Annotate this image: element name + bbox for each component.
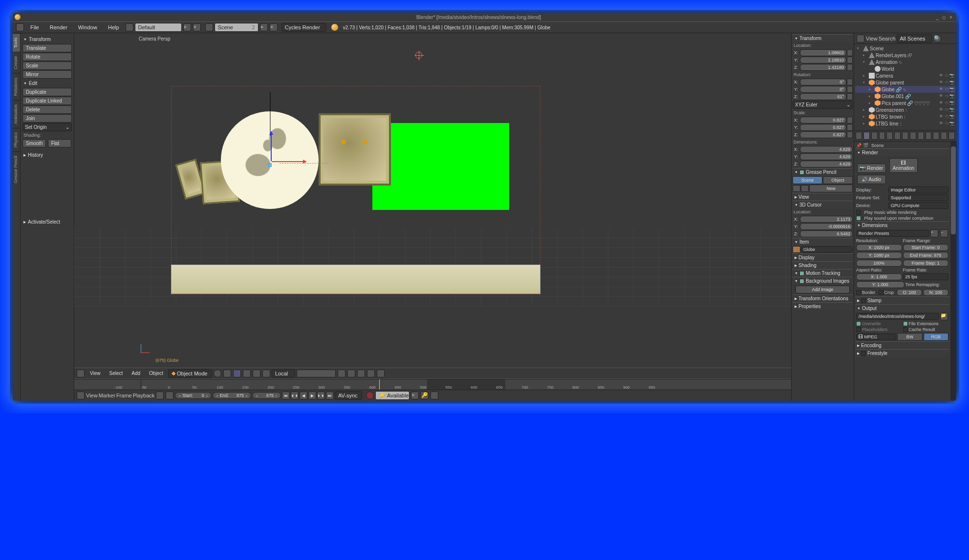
disclosure-icon[interactable]: ▾	[863, 81, 868, 84]
context-physics-icon[interactable]	[948, 132, 955, 140]
panel-output[interactable]: Output	[855, 304, 949, 312]
outliner-row[interactable]: ▾ Scene	[855, 45, 955, 52]
manip-scale-icon[interactable]	[262, 370, 270, 377]
screen-layout-dropdown[interactable]: Default	[135, 23, 182, 32]
context-material-icon[interactable]	[926, 132, 932, 140]
rot-x[interactable]: 0°	[800, 79, 846, 85]
mode-dropdown[interactable]: ◆ Object Mode	[168, 369, 212, 378]
context-scene-icon[interactable]	[879, 132, 885, 140]
np-3d-cursor[interactable]: 3D Cursor	[793, 201, 853, 208]
autokey-toggle[interactable]	[366, 392, 374, 399]
sca-z[interactable]: 0.827	[800, 131, 846, 138]
np-item[interactable]: Item	[793, 238, 853, 246]
panel-history[interactable]: History	[22, 151, 72, 159]
out-menu-view[interactable]: View	[866, 36, 878, 41]
outliner-row[interactable]: ▸ Globe 🔗 ∿👁⬭📷	[855, 86, 955, 93]
dim-y[interactable]: 4.629	[800, 153, 853, 160]
play-button[interactable]: ▶	[308, 392, 316, 399]
btn-smooth[interactable]: Smooth	[22, 139, 46, 147]
btn-bw[interactable]: BW	[897, 333, 922, 341]
layers-block[interactable]	[297, 370, 336, 377]
close-button[interactable]: ×	[947, 15, 954, 20]
chk-fext[interactable]	[903, 321, 908, 326]
gp-browse-icon[interactable]	[793, 185, 800, 192]
disclosure-icon[interactable]: ▾	[863, 60, 868, 64]
cursor-icon[interactable]: ⬭	[944, 73, 949, 78]
render-preview-icon[interactable]	[377, 370, 385, 377]
panel-edit[interactable]: Edit	[22, 79, 72, 87]
back-to-prev-icon[interactable]	[126, 23, 133, 31]
lock-sca-z[interactable]	[847, 131, 853, 138]
outliner-row[interactable]: ▸ Camera👁⬭📷	[855, 72, 955, 79]
editor-props-icon[interactable]	[856, 132, 862, 140]
loc-x[interactable]: 1.08602	[800, 49, 846, 56]
render-engine-dropdown[interactable]: Cycles Render	[281, 23, 326, 32]
play-reverse-button[interactable]: ◀	[300, 392, 307, 399]
np-motion-tracking[interactable]: Motion Tracking	[793, 269, 853, 277]
frame-start[interactable]: Start Frame: 0	[903, 244, 949, 251]
format-dropdown[interactable]: 🎞 MPEG	[856, 333, 896, 340]
btn-mirror[interactable]: Mirror	[22, 70, 72, 79]
pivot-icon[interactable]	[223, 370, 231, 377]
lock-loc-z[interactable]	[847, 64, 853, 71]
cursor-z[interactable]: 6.5482	[800, 230, 853, 237]
outliner-filter[interactable]: All Scenes	[897, 34, 932, 43]
btn-audio[interactable]: 🔊 Audio	[857, 175, 886, 184]
device-dropdown[interactable]: GPU Compute	[888, 202, 948, 209]
chk-crop[interactable]	[879, 290, 883, 295]
tab-tools[interactable]: Tools	[13, 33, 20, 52]
panel-stamp[interactable]: Stamp	[855, 296, 949, 304]
lock-layers-icon[interactable]	[338, 370, 345, 377]
render-icon[interactable]: 📷	[949, 87, 954, 92]
btn-flat[interactable]: Flat	[48, 139, 71, 147]
render-icon[interactable]: 📷	[949, 121, 954, 126]
manipulator-x[interactable]	[272, 161, 306, 162]
remap-old[interactable]: O: 100	[897, 289, 922, 296]
sca-x[interactable]: 0.827	[800, 117, 846, 124]
res-pct[interactable]: 100%	[856, 260, 902, 267]
manipulator-toggle[interactable]	[233, 370, 241, 377]
del-scene-icon[interactable]: ×	[270, 23, 278, 31]
cursor-icon[interactable]: ⬭	[944, 80, 949, 85]
editor-timeline-icon[interactable]	[77, 392, 85, 399]
use-preview-range-icon[interactable]	[156, 392, 164, 399]
chk-overwrite[interactable]	[856, 321, 861, 326]
context-data-icon[interactable]	[918, 132, 924, 140]
shading-sphere-icon[interactable]	[214, 370, 221, 377]
scene-dropdown[interactable]: Scene2	[215, 23, 258, 32]
chk-play-music[interactable]	[856, 210, 861, 215]
outliner-row[interactable]: ▾ Globe parent👁⬭📷	[855, 79, 955, 86]
np-grease-pencil[interactable]: Grease Pencil	[793, 168, 853, 176]
context-render-icon[interactable]	[863, 132, 870, 140]
sca-y[interactable]: 0.827	[800, 124, 846, 131]
minimize-button[interactable]: _	[934, 15, 941, 20]
outliner-row[interactable]: World	[855, 65, 955, 72]
context-constraint-icon[interactable]	[902, 132, 908, 140]
eye-icon[interactable]: 👁	[939, 101, 944, 105]
disclosure-icon[interactable]: ▸	[863, 53, 868, 57]
cursor-icon[interactable]: ⬭	[944, 94, 949, 99]
btn-delete[interactable]: Delete	[22, 105, 72, 114]
panel-dimensions[interactable]: Dimensions	[855, 221, 949, 229]
set-origin-menu[interactable]: Set Origin⌄	[22, 123, 72, 131]
disclosure-icon[interactable]: ▸	[869, 101, 874, 105]
tl-menu-playback[interactable]: Playback	[133, 393, 155, 398]
search-icon[interactable]: 🔍	[933, 35, 941, 42]
cursor-icon[interactable]: ⬭	[944, 114, 949, 119]
outliner-row[interactable]: ▾ Animation ∿	[855, 59, 955, 65]
featureset-dropdown[interactable]: Supported	[888, 194, 948, 201]
btn-rgb[interactable]: RGB	[924, 333, 948, 341]
maximize-button[interactable]: ◇	[941, 15, 947, 20]
lock-sca-y[interactable]	[847, 124, 853, 131]
snap-type-icon[interactable]	[357, 370, 365, 377]
chk-stamp[interactable]	[861, 298, 866, 303]
dim-z[interactable]: 4.629	[800, 161, 853, 167]
gp-scene-btn[interactable]: Scene	[793, 176, 822, 184]
rotation-mode[interactable]: XYZ Euler⌄	[793, 101, 853, 109]
outliner-row[interactable]: ▸ RenderLayers 🗗	[855, 52, 955, 59]
3d-menu-add[interactable]: Add	[128, 370, 144, 377]
eye-icon[interactable]: 👁	[939, 80, 944, 85]
res-y[interactable]: Y: 1080 px	[856, 252, 902, 259]
eye-icon[interactable]: 👁	[939, 94, 944, 99]
disclosure-icon[interactable]: ▸	[863, 74, 868, 78]
